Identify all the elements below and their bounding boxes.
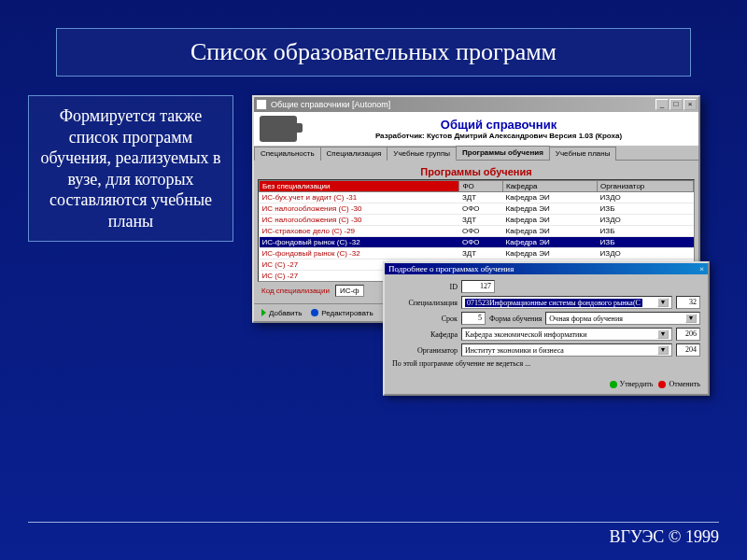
org-num-field[interactable]: 204 — [676, 343, 700, 357]
chevron-down-icon[interactable]: ▼ — [685, 314, 697, 323]
maximize-button[interactable]: □ — [669, 99, 683, 110]
table-row[interactable]: ИС-фондовый рынок (С) -32ЗДТКафедра ЭИИЗ… — [260, 248, 694, 259]
chevron-down-icon[interactable]: ▼ — [657, 345, 669, 355]
close-button[interactable]: × — [684, 99, 697, 110]
tab-2[interactable]: Учебные группы — [387, 147, 457, 161]
org-select[interactable]: Институт экономики и бизнеса▼ — [461, 343, 672, 357]
table-row[interactable]: ИС-страховое дело (С) -29ОФОКафедра ЭИИЗ… — [260, 226, 694, 237]
kaf-num-field[interactable]: 206 — [676, 328, 700, 341]
spec-select[interactable]: 071523Информационные системы фондового р… — [461, 296, 672, 309]
chevron-down-icon[interactable]: ▼ — [657, 329, 669, 339]
chevron-down-icon[interactable]: ▼ — [657, 298, 669, 307]
table-row[interactable]: ИС налогообложения (С) -30ЗДТКафедра ЭИИ… — [260, 215, 694, 226]
table-row[interactable]: ИС-бух.учет и аудит (С) -31ЗДТКафедра ЭИ… — [260, 192, 694, 203]
kaf-label: Кафедра — [392, 330, 458, 339]
form-select[interactable]: Очная форма обучения▼ — [545, 312, 700, 325]
tab-3[interactable]: Программы обучения — [456, 146, 550, 160]
table-row[interactable]: ИС-фондовый рынок (С) -32ОФОКафедра ЭИИЗ… — [260, 237, 694, 248]
slide-title: Список образовательных программ — [57, 38, 690, 66]
term-field[interactable]: 5 — [461, 312, 486, 325]
spec-code-label: Код специализации — [261, 287, 330, 295]
col-header[interactable]: ФО — [459, 181, 503, 192]
id-label: ID — [392, 283, 458, 291]
window-title: Общие справочники [Autonom] — [271, 100, 655, 109]
edit-button[interactable]: Редактировать — [311, 308, 373, 317]
tab-0[interactable]: Специальность — [254, 147, 321, 161]
details-dialog: Подробнее о программах обучения × ID 127… — [383, 261, 710, 396]
spec-label: Специализация — [392, 299, 458, 307]
tab-4[interactable]: Учебные планы — [549, 147, 617, 161]
minimize-button[interactable]: _ — [655, 99, 669, 110]
app-header-title: Общий справочник — [304, 118, 693, 132]
confirm-button[interactable]: Утвердить — [610, 380, 654, 388]
spec-num-field[interactable]: 32 — [676, 296, 700, 309]
app-icon — [256, 99, 267, 110]
spec-code-field[interactable]: ИС-ф — [335, 285, 364, 297]
titlebar: Общие справочники [Autonom] _ □ × — [254, 97, 698, 112]
slide-title-box: Список образовательных программ — [56, 28, 691, 77]
kaf-select[interactable]: Кафедра экономической информатики▼ — [461, 328, 672, 341]
id-field[interactable]: 127 — [461, 280, 495, 293]
app-header-sub: Разработчик: Кустов Дмитрий Александрови… — [304, 132, 693, 140]
table-row[interactable]: ИС налогообложения (С) -30ОФОКафедра ЭИИ… — [260, 203, 694, 215]
form-label: Форма обучения — [489, 315, 542, 323]
dialog-close-button[interactable]: × — [699, 264, 704, 273]
col-header[interactable]: Без специализации — [260, 181, 459, 192]
panel-title: Программы обучения — [258, 164, 695, 179]
cancel-button[interactable]: Отменить — [658, 380, 700, 388]
term-label: Срок — [392, 315, 458, 323]
footer-divider — [28, 522, 719, 523]
tabs: СпециальностьСпециализацияУчебные группы… — [254, 146, 698, 161]
tab-1[interactable]: Специализация — [320, 147, 388, 161]
footer-text: ВГУЭС © 1999 — [610, 527, 719, 547]
org-label: Организатор — [392, 346, 458, 355]
camera-icon — [260, 116, 297, 142]
col-header[interactable]: Кафедра — [502, 181, 597, 192]
dialog-title: Подробнее о программах обучения × — [385, 263, 708, 274]
dialog-note: По этой программе обучение не ведеться .… — [392, 359, 530, 368]
col-header[interactable]: Организатор — [598, 181, 694, 192]
app-header: Общий справочник Разработчик: Кустов Дми… — [254, 112, 698, 146]
add-button[interactable]: Добавить — [261, 308, 302, 317]
description-text: Формируется также список программ обучен… — [28, 95, 233, 242]
